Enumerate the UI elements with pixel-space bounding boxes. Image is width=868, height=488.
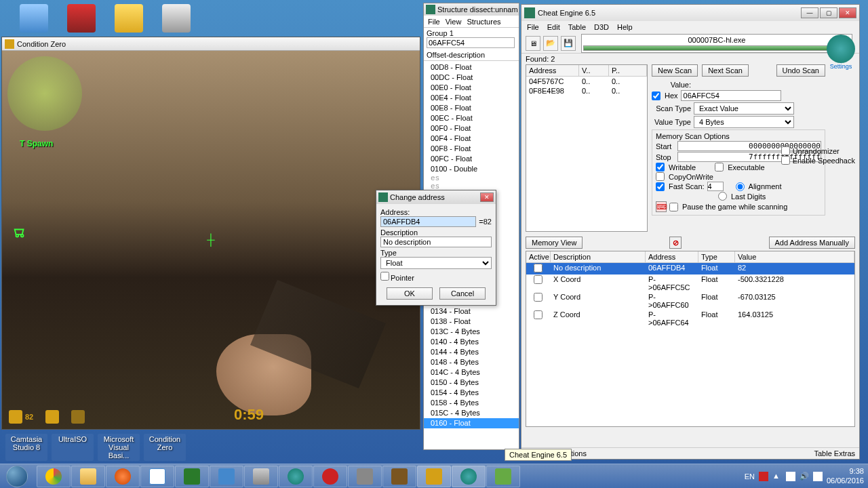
menu-help[interactable]: Help [617,23,633,31]
maximize-button[interactable]: ▢ [820,7,837,18]
tray-up-icon[interactable]: ▲ [772,472,782,481]
task-wmp[interactable] [106,466,140,487]
executable-checkbox[interactable] [715,163,724,171]
struct-item[interactable]: 014C - 4 Bytes [424,367,519,378]
struct-item-selected[interactable]: 0160 - Float [424,418,519,428]
struct-menu-structures[interactable]: Structures [467,18,500,26]
struct-item[interactable]: 0148 - 4 Bytes [424,357,519,367]
hex-checkbox[interactable] [652,92,660,100]
close-button[interactable]: ✕ [839,7,856,18]
ok-button[interactable]: OK [387,287,433,300]
memory-view-button[interactable]: Memory View [526,237,583,249]
active-checkbox[interactable] [534,275,542,284]
struct-item[interactable]: 00EC - Float [424,113,519,123]
pointer-checkbox[interactable] [380,272,389,281]
unrandomizer-checkbox[interactable] [781,146,790,155]
settings-link[interactable]: Settings [827,63,855,70]
menu-d3d[interactable]: D3D [594,23,609,31]
struct-menu-view[interactable]: View [446,18,462,26]
open-process-button[interactable]: 🖥 [526,36,540,51]
last-digits-radio[interactable] [718,192,727,201]
address-row[interactable]: No description06AFFDB4Float82 [526,263,854,274]
tray-lang[interactable]: EN [745,472,755,481]
shortcut-camtasia[interactable]: Camtasia Studio 8 [5,434,47,461]
result-row[interactable]: 04F5767C0..0.. [526,77,647,86]
struct-item[interactable]: 00FC - Float [424,154,519,164]
shortcut-condition-zero[interactable]: Condition Zero [144,434,186,461]
fast-scan-checkbox[interactable] [656,182,665,191]
tray-action-icon[interactable] [813,472,823,481]
game-viewport[interactable]: T Spawn ┼ 82 0:59 [2,51,420,429]
tray-network-icon[interactable] [786,472,795,481]
menu-table[interactable]: Table [568,23,586,31]
cow-checkbox[interactable] [656,172,665,181]
hotkey-icon[interactable]: ⌨ [656,201,667,212]
ce-titlebar[interactable]: Cheat Engine 6.5 — ▢ ✕ [521,5,859,21]
desktop-icon-computer[interactable] [14,4,54,33]
task-ce-active[interactable] [452,466,486,487]
struct-item[interactable]: 013C - 4 Bytes [424,327,519,337]
desktop-icon-ccleaner[interactable] [61,4,102,33]
open-file-button[interactable]: 📂 [543,36,558,51]
struct-item[interactable]: 015C - 4 Bytes [424,408,519,418]
struct-item[interactable]: 0134 - Float [424,306,519,317]
ce-logo[interactable]: Settings [827,35,855,75]
struct-group-input[interactable] [427,37,515,48]
scan-type-select[interactable]: Exact Value [694,102,794,115]
struct-item[interactable]: 00E4 - Float [424,93,519,103]
task-excel[interactable] [175,466,209,487]
cancel-button[interactable]: Cancel [439,287,486,300]
struct-item[interactable]: 0138 - Float [424,317,519,327]
address-input[interactable] [380,216,476,227]
active-checkbox[interactable] [534,264,542,272]
task-ce2[interactable] [279,466,313,487]
tray-speaker-icon[interactable]: 🔊 [800,472,809,481]
struct-item[interactable]: 0100 - Double [424,164,519,174]
struct-item[interactable]: 0140 - 4 Bytes [424,337,519,347]
task-camtasia[interactable] [486,466,520,487]
new-scan-button[interactable]: New Scan [652,64,698,77]
shortcut-ultraiso[interactable]: UltraISO [52,434,94,461]
struct-item[interactable]: 0144 - 4 Bytes [424,347,519,357]
struct-item[interactable]: 00E0 - Float [424,83,519,93]
struct-item[interactable]: 0158 - 4 Bytes [424,398,519,408]
game-titlebar[interactable]: Condition Zero [2,37,420,51]
struct-item[interactable]: 00D8 - Float [424,62,519,73]
address-row[interactable]: Y CoordP->06AFFC60Float-670.03125 [526,292,854,310]
struct-item[interactable]: 00F0 - Float [424,123,519,134]
struct-item[interactable]: 00F4 - Float [424,134,519,144]
task-minecraft[interactable] [382,466,416,487]
table-extras-button[interactable]: Table Extras [814,449,855,458]
struct-item[interactable]: 00E8 - Float [424,103,519,113]
task-app[interactable] [348,466,382,487]
speedhack-checkbox[interactable] [781,156,790,165]
process-name[interactable]: 000007BC-hl.exe [581,34,852,53]
tray-flag-icon[interactable] [759,472,768,481]
writable-checkbox[interactable] [656,163,665,171]
task-mpc[interactable] [244,466,278,487]
struct-titlebar[interactable]: Structure dissect:unnam [424,3,519,16]
task-paint[interactable] [140,466,174,487]
save-button[interactable]: 💾 [561,36,576,51]
tray-clock[interactable]: 9:38 06/06/2016 [827,467,864,485]
struct-item[interactable]: 00F8 - Float [424,144,519,154]
alignment-radio[interactable] [736,182,745,191]
address-list[interactable]: Active Description Address Type Value No… [526,251,855,427]
next-scan-button[interactable]: Next Scan [702,64,749,77]
desktop-icon-folder[interactable] [108,4,149,33]
address-row[interactable]: X CoordP->06AFFC5CFloat-500.3321228 [526,274,854,292]
task-vb[interactable] [210,466,243,487]
active-checkbox[interactable] [534,293,542,302]
type-select[interactable]: Float [380,257,492,269]
active-checkbox[interactable] [534,310,542,319]
struct-item[interactable]: 00DC - Float [424,73,519,83]
address-row[interactable]: Z CoordP->06AFFC64Float164.03125 [526,310,854,327]
task-explorer[interactable] [71,466,105,487]
dialog-close-button[interactable]: ✕ [480,192,494,202]
fast-scan-input[interactable] [707,182,724,191]
struct-menu-file[interactable]: File [428,18,440,26]
struct-item[interactable]: 0150 - 4 Bytes [424,378,519,388]
task-chrome[interactable] [37,466,71,487]
task-game[interactable] [417,466,451,487]
menu-edit[interactable]: Edit [547,23,560,31]
